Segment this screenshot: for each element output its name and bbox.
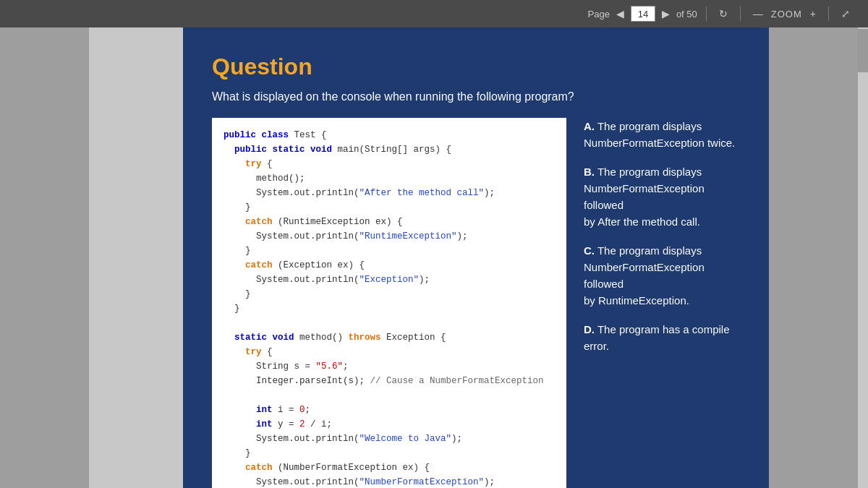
answer-d: D. The program has a compile error. bbox=[584, 321, 740, 355]
scrollbar[interactable] bbox=[858, 27, 868, 488]
answer-c-line1: The program displays bbox=[597, 244, 702, 257]
refresh-button[interactable]: ↻ bbox=[715, 7, 731, 20]
total-pages: of 50 bbox=[676, 9, 697, 20]
prev-page-button[interactable]: ◀ bbox=[613, 7, 628, 20]
answer-c-line3: by RuntimeException. bbox=[584, 294, 689, 307]
zoom-minus-button[interactable]: — bbox=[749, 7, 767, 20]
answer-a-line2: NumberFormatException twice. bbox=[584, 137, 735, 149]
answers-column: A. The program displays NumberFormatExce… bbox=[584, 118, 740, 488]
answer-d-letter: D. bbox=[584, 323, 595, 335]
fullscreen-button[interactable]: ⤢ bbox=[838, 7, 854, 20]
answer-a-letter: A. bbox=[584, 120, 595, 132]
separator-1 bbox=[706, 7, 707, 21]
question-text: What is displayed on the console when ru… bbox=[212, 90, 740, 103]
answer-c: C. The program displays NumberFormatExce… bbox=[584, 242, 740, 309]
zoom-label: ZOOM bbox=[771, 9, 802, 20]
answer-a-line1: The program displays bbox=[597, 120, 702, 132]
answer-b-line2: NumberFormatException followed bbox=[584, 182, 705, 211]
page-inner: Question What is displayed on the consol… bbox=[212, 53, 740, 488]
separator-3 bbox=[828, 7, 829, 21]
main-columns: public class Test { public static void m… bbox=[212, 118, 740, 488]
answer-b-line1: The program displays bbox=[597, 166, 702, 178]
next-page-button[interactable]: ▶ bbox=[658, 7, 673, 20]
content-area: Question What is displayed on the consol… bbox=[0, 27, 858, 488]
answer-c-line2: NumberFormatException followed bbox=[584, 261, 705, 290]
zoom-plus-button[interactable]: + bbox=[807, 7, 820, 20]
scrollbar-thumb[interactable] bbox=[858, 29, 868, 72]
left-margin bbox=[89, 27, 183, 488]
answer-b-letter: B. bbox=[584, 166, 595, 178]
separator-2 bbox=[740, 7, 741, 21]
answer-b-line3: by After the method call. bbox=[584, 215, 700, 228]
page-document: Question What is displayed on the consol… bbox=[89, 27, 769, 488]
page-number-input[interactable] bbox=[631, 6, 655, 22]
page-navigation: Page ◀ ▶ of 50 bbox=[588, 6, 697, 22]
answer-a: A. The program displays NumberFormatExce… bbox=[584, 118, 740, 152]
answer-b: B. The program displays NumberFormatExce… bbox=[584, 163, 740, 231]
answer-c-letter: C. bbox=[584, 244, 595, 257]
code-box: public class Test { public static void m… bbox=[212, 118, 566, 488]
question-title: Question bbox=[212, 53, 740, 80]
page-label: Page bbox=[588, 9, 610, 20]
answer-d-line1: The program has a compile error. bbox=[584, 323, 730, 352]
toolbar: Page ◀ ▶ of 50 ↻ — ZOOM + ⤢ bbox=[0, 0, 868, 27]
